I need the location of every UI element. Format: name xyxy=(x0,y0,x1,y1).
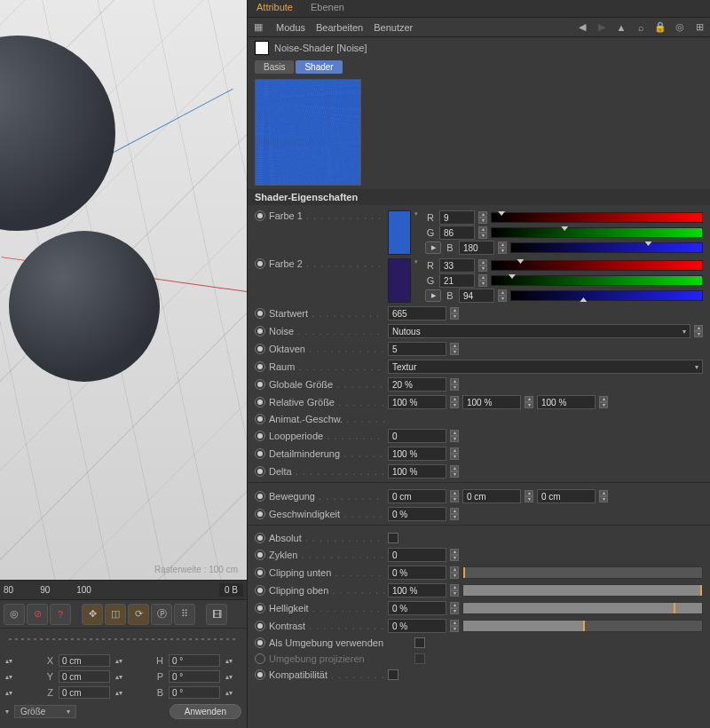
kontrast-input[interactable] xyxy=(388,619,446,633)
color1-r-input[interactable] xyxy=(439,210,475,225)
bewegung-y-input[interactable] xyxy=(462,489,521,503)
delta-input[interactable] xyxy=(388,464,446,479)
spinner-icon[interactable]: ▴▾ xyxy=(115,689,122,697)
spinner-icon[interactable]: ▴▾ xyxy=(450,490,459,502)
[interactable] xyxy=(388,566,446,580)
spinner-icon[interactable]: ▴▾ xyxy=(478,211,487,224)
tab-ebenen[interactable]: Ebenen xyxy=(302,0,353,17)
spinner-icon[interactable]: ▴▾ xyxy=(525,396,533,408)
spinner-icon[interactable]: ▴▾ xyxy=(225,673,233,681)
forward-icon[interactable]: ▶ xyxy=(595,20,609,35)
spinner-icon[interactable]: ▴▾ xyxy=(450,620,459,632)
spinner-icon[interactable]: ▴▾ xyxy=(478,274,487,287)
tool-btn-2[interactable]: ⊘ xyxy=(27,604,48,625)
spinner-icon[interactable]: ▴▾ xyxy=(525,490,533,502)
radio-icon[interactable] xyxy=(255,258,265,269)
relsize-z-input[interactable] xyxy=(537,395,596,409)
rotate-tool-icon[interactable]: ⟳ xyxy=(128,604,149,625)
spinner-icon[interactable]: ▴▾ xyxy=(478,259,487,272)
viewport-3d[interactable]: Rasterweite : 100 cm xyxy=(0,0,247,580)
coord-h-input[interactable] xyxy=(169,654,220,667)
radio-icon[interactable] xyxy=(255,509,265,519)
cliplow-slider[interactable] xyxy=(462,566,703,579)
radio-icon[interactable] xyxy=(255,603,265,613)
spinner-icon[interactable]: ▴▾ xyxy=(115,673,122,681)
cliphigh-input[interactable] xyxy=(388,583,446,597)
radio-icon[interactable] xyxy=(255,653,265,664)
color2-r-slider[interactable] xyxy=(491,260,703,271)
play-icon[interactable]: ▶ xyxy=(425,241,441,254)
radio-icon[interactable] xyxy=(255,431,265,441)
menu-bearbeiten[interactable]: Bearbeiten xyxy=(316,22,363,33)
radio-icon[interactable] xyxy=(255,491,265,502)
coord-b-input[interactable] xyxy=(169,686,220,699)
geschw-input[interactable] xyxy=(388,507,446,521)
spinner-icon[interactable]: ▴▾ xyxy=(498,289,507,302)
menu-benutzer[interactable]: Benutzer xyxy=(374,22,413,33)
radio-icon[interactable] xyxy=(255,637,265,648)
spinner-icon[interactable]: ▴▾ xyxy=(450,307,459,320)
tool-btn-grid[interactable]: ⠿ xyxy=(174,604,195,625)
subtab-basis[interactable]: Basis xyxy=(255,60,294,74)
color1-b-input[interactable] xyxy=(459,241,494,255)
radio-icon[interactable] xyxy=(255,326,265,336)
hell-slider[interactable] xyxy=(462,602,703,614)
tool-btn-p[interactable]: Ⓟ xyxy=(151,604,172,625)
dropdown-icon[interactable]: ▾ xyxy=(5,708,9,716)
new-icon[interactable]: ⊞ xyxy=(692,20,706,35)
radio-icon[interactable] xyxy=(255,210,265,221)
scale-tool-icon[interactable]: ◫ xyxy=(105,604,126,625)
spinner-icon[interactable]: ▴▾ xyxy=(450,447,459,460)
relsize-x-input[interactable] xyxy=(388,395,446,409)
color1-swatch[interactable] xyxy=(388,210,411,255)
radio-icon[interactable] xyxy=(255,379,265,390)
color2-g-slider[interactable] xyxy=(491,275,703,286)
spinner-icon[interactable]: ▴▾ xyxy=(5,673,12,681)
radio-icon[interactable] xyxy=(255,550,265,560)
radio-icon[interactable] xyxy=(255,308,265,319)
radio-icon[interactable] xyxy=(255,669,265,680)
radio-icon[interactable] xyxy=(255,466,265,477)
color2-b-slider[interactable] xyxy=(510,290,703,301)
spinner-icon[interactable]: ▴▾ xyxy=(450,465,459,478)
menu-modus[interactable]: Modus xyxy=(276,22,305,33)
coord-y-input[interactable] xyxy=(59,670,110,683)
zyklen-input[interactable] xyxy=(388,548,446,562)
color2-g-input[interactable] xyxy=(439,273,475,288)
spinner-icon[interactable]: ▴▾ xyxy=(599,396,608,408)
noise-select[interactable]: Nutous▾ xyxy=(388,324,690,338)
chevron-down-icon[interactable]: ▾ xyxy=(414,210,422,218)
radio-icon[interactable] xyxy=(255,567,265,578)
startwert-input[interactable] xyxy=(388,306,446,320)
radio-icon[interactable] xyxy=(255,344,265,354)
radio-icon[interactable] xyxy=(255,397,265,408)
film-tool-icon[interactable]: 🎞 xyxy=(206,604,227,625)
spinner-icon[interactable]: ▴▾ xyxy=(450,343,459,355)
size-dropdown[interactable]: Größe▾ xyxy=(14,705,76,718)
color2-swatch[interactable] xyxy=(388,258,411,303)
spinner-icon[interactable]: ▴▾ xyxy=(694,325,703,337)
radio-icon[interactable] xyxy=(255,533,265,543)
spinner-icon[interactable]: ▴▾ xyxy=(498,241,507,254)
spinner-icon[interactable]: ▴▾ xyxy=(450,549,459,561)
menu-icon[interactable]: ▦ xyxy=(251,20,265,35)
lock-icon[interactable]: 🔒 xyxy=(653,20,667,35)
color1-g-input[interactable] xyxy=(439,226,475,240)
play-icon[interactable]: ▶ xyxy=(425,289,441,302)
spinner-icon[interactable]: ▴▾ xyxy=(450,508,459,520)
target-icon[interactable]: ◎ xyxy=(673,20,687,35)
spinner-icon[interactable]: ▴▾ xyxy=(225,657,233,665)
apply-button[interactable]: Anwenden xyxy=(170,704,241,719)
spinner-icon[interactable]: ▴▾ xyxy=(115,657,122,665)
kompat-checkbox[interactable] xyxy=(388,669,398,680)
spinner-icon[interactable]: ▴▾ xyxy=(450,584,459,597)
spinner-icon[interactable]: ▴▾ xyxy=(599,490,608,502)
search-icon[interactable]: ⌕ xyxy=(634,20,648,35)
shader-preview[interactable] xyxy=(255,79,361,186)
bewegung-x-input[interactable] xyxy=(388,489,446,503)
timeline-ruler[interactable]: 80 90 100 0 B xyxy=(0,580,247,599)
tool-btn-help[interactable]: ? xyxy=(50,604,71,625)
absolut-checkbox[interactable] xyxy=(388,533,398,543)
cliphigh-slider[interactable] xyxy=(462,584,703,597)
radio-icon[interactable] xyxy=(255,448,265,459)
